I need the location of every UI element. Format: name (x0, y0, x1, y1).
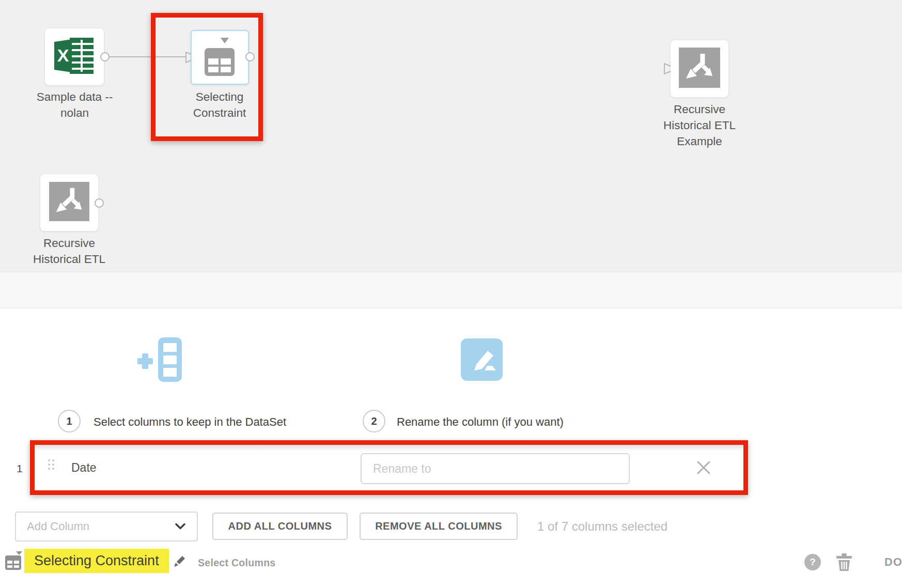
node-recursive-historical-etl[interactable] (40, 174, 98, 231)
add-column-list-icon (137, 337, 184, 384)
node-selecting-constraint[interactable] (191, 30, 249, 85)
svg-text:X: X (57, 45, 69, 65)
drag-handle-icon[interactable] (48, 459, 54, 476)
step-1-badge: 1 (58, 410, 81, 432)
node-label-recursive-historical-etl: Recursive Historical ETL (21, 235, 118, 267)
trash-icon[interactable] (836, 553, 852, 573)
step-1-text: Select columns to keep in the DataSet (94, 415, 286, 429)
remove-all-columns-button[interactable]: REMOVE ALL COLUMNS (360, 513, 518, 540)
output-port[interactable] (95, 198, 104, 208)
step-2-badge: 2 (363, 410, 385, 432)
excel-dataset-icon: X (54, 37, 95, 76)
node-label-selecting-constraint: Selecting Constraint (174, 89, 265, 121)
annotation-box-column-row: Date (30, 440, 748, 495)
chevron-down-icon (175, 523, 185, 530)
node-label-recursive-historical-etl-example: Recursive Historical ETL Example (652, 101, 747, 149)
column-row-index: 1 (17, 462, 23, 475)
etl-editor-screen: X Sample data -- nolan (0, 0, 902, 588)
dataflow-canvas[interactable]: X Sample data -- nolan (0, 0, 902, 272)
connector-edge (110, 56, 186, 57)
rename-edit-icon (461, 338, 503, 383)
done-button[interactable]: DO (884, 556, 902, 569)
output-port[interactable] (245, 52, 255, 61)
selection-status: 1 of 7 columns selected (537, 519, 667, 534)
step-2-text: Rename the column (if you want) (397, 415, 564, 429)
column-name: Date (71, 461, 97, 475)
rename-to-input[interactable] (361, 453, 630, 484)
transform-title[interactable]: Selecting Constraint (24, 549, 169, 573)
node-label-sample-data: Sample data -- nolan (27, 89, 122, 121)
transform-type-label: Select Columns (198, 557, 276, 569)
edit-pencil-icon[interactable] (173, 555, 186, 570)
add-all-columns-button[interactable]: ADD ALL COLUMNS (212, 513, 348, 540)
branch-arrows-icon (49, 182, 89, 223)
transform-toolbar: Selecting Constraint Select Columns ? DO (0, 272, 902, 308)
add-column-select[interactable]: Add Column (15, 512, 198, 541)
table-caret-icon (5, 550, 23, 572)
node-sample-data[interactable]: X (45, 28, 104, 85)
help-icon[interactable]: ? (804, 554, 821, 570)
caret-down-icon (221, 38, 229, 43)
node-recursive-historical-etl-example[interactable] (671, 40, 728, 97)
add-column-placeholder: Add Column (27, 520, 89, 533)
output-port[interactable] (100, 52, 110, 61)
select-columns-table-icon (205, 48, 235, 78)
remove-column-x-icon[interactable] (696, 460, 711, 475)
branch-arrows-icon (679, 48, 720, 90)
